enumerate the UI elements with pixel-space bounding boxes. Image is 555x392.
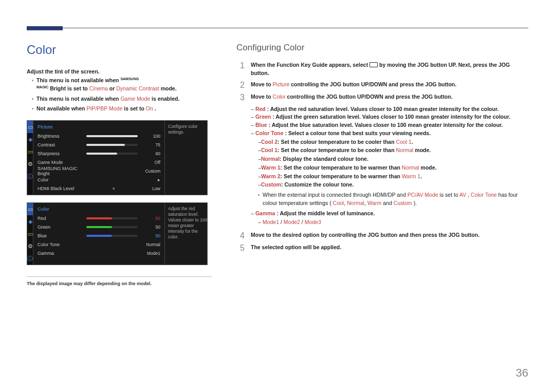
option-text: : Display the standard colour tone. (280, 156, 368, 162)
note-text: Bright (50, 85, 66, 91)
bullet-icon: ‒ (251, 210, 254, 217)
step-5: 5 The selected option will be applied. (236, 244, 528, 253)
option-text: : Set the colour temperature to be warme… (281, 173, 402, 179)
osd-nav-icon[interactable]: ◈ (27, 133, 33, 145)
note-text: . (155, 105, 156, 111)
note-text: is enabled. (152, 96, 179, 102)
osd-row[interactable]: Blue50 (38, 231, 160, 240)
step-text: Move to (251, 94, 273, 100)
osd-nav-settings-icon[interactable]: ⚙ (27, 240, 33, 252)
osd-nav-picture-icon[interactable]: ▭ (27, 121, 33, 133)
option-label: Normal (347, 200, 364, 206)
step-text: Move to (251, 81, 273, 87)
option-label: Red (255, 106, 266, 112)
osd-nav-info-icon[interactable]: ⓘ (27, 170, 33, 182)
step-text: Move to the desired option by controllin… (251, 231, 528, 240)
osd-nav: ▭ ◈ ▭ ⚙ ⓘ (27, 203, 33, 265)
osd-list: Picture Brightness100Contrast75Sharpness… (33, 121, 164, 195)
footnote-text: The displayed image may differ depending… (27, 281, 217, 286)
osd-row-bar[interactable] (86, 153, 138, 155)
colortone-note: When the external input is connected thr… (258, 191, 528, 208)
osd-row[interactable]: Color ToneNormal (38, 240, 160, 249)
note-text: Not available when (36, 105, 86, 111)
bullet-icon: ‒ (251, 106, 254, 113)
option-game-mode: Game Mode (120, 96, 150, 102)
option-ref: Warm 1 (402, 173, 420, 179)
osd-row-label: SAMSUNG MAGIC Bright (38, 166, 86, 176)
osd-nav: ▭ ◈ ▭ ⚙ ⓘ (27, 121, 33, 195)
option-text: mode. (419, 164, 437, 171)
osd-row[interactable]: GammaMode1 (38, 249, 160, 257)
osd-row[interactable]: Color▸ (38, 175, 160, 184)
osd-row[interactable]: Contrast75 (38, 140, 160, 149)
osd-row-bar[interactable] (86, 235, 138, 237)
osd-row-value: 75 (141, 142, 160, 147)
option-label: AV (459, 192, 466, 198)
step-1: 1 When the Function Key Guide appears, s… (236, 61, 528, 78)
option-label: Cool (333, 200, 344, 206)
option-text: : Select a colour tone that best suits y… (285, 130, 431, 136)
osd-row-bar[interactable] (86, 226, 138, 228)
osd-row[interactable]: HDMI Black Level▾Low (38, 184, 160, 193)
osd-nav-icon[interactable]: ▭ (27, 228, 33, 240)
option-text: : Adjust the red saturation level. Value… (267, 106, 499, 112)
osd-row[interactable]: SAMSUNG MAGIC BrightCustom (38, 166, 160, 175)
footnote-rule (27, 276, 212, 277)
section-heading: Configuring Color (236, 43, 528, 53)
note-item: This menu is not available when Game Mod… (32, 95, 217, 103)
colortone-sub: ‒ Cool 1: Set the colour temperature to … (258, 146, 528, 155)
option-label: Cool 1 (261, 147, 278, 153)
osd-row[interactable]: Game ModeOff (38, 158, 160, 166)
osd-row-label: Contrast (38, 142, 86, 147)
bullet-icon (32, 80, 33, 81)
osd-nav-icon[interactable]: ◈ (27, 215, 33, 228)
option-label: Color Tone (471, 192, 497, 198)
osd-nav-settings-icon[interactable]: ⚙ (27, 158, 33, 170)
bullet-icon (32, 98, 33, 100)
osd-nav-icon[interactable]: ▭ (27, 145, 33, 158)
note-item: Not available when PIP/PBP Mode is set t… (32, 105, 217, 113)
osd-side-help: Adjust the red saturation level. Values … (164, 203, 212, 265)
option-text: : Adjust the green saturation level. Val… (272, 114, 510, 120)
option-label: Cool 2 (261, 139, 278, 145)
option-label: Green (255, 114, 271, 120)
step-3: 3 Move to Color controlling the JOG butt… (236, 93, 528, 102)
step-number: 2 (236, 81, 245, 90)
left-column: Color Adjust the tint of the screen. Thi… (27, 43, 217, 286)
menu-icon (369, 62, 378, 67)
option-text: : Adjust the blue saturation level. Valu… (269, 122, 503, 128)
osd-title: Picture (38, 124, 160, 129)
osd-row-label: Game Mode (38, 160, 86, 165)
osd-row-label: Green (38, 225, 86, 230)
osd-row-label: HDMI Black Level (38, 186, 86, 191)
note-text: is set to (67, 85, 89, 91)
option-label: Custom (394, 200, 412, 206)
page-number: 36 (516, 366, 528, 380)
option-label: Color Tone (255, 130, 284, 136)
option-label: Mode2 (284, 219, 300, 225)
osd-picture-panel: ▭ ◈ ▭ ⚙ ⓘ Picture Brightness100Contrast7… (27, 120, 208, 195)
right-column: Configuring Color 1 When the Function Ke… (236, 43, 528, 286)
osd-nav-info-icon[interactable]: ⓘ (27, 252, 33, 265)
osd-row[interactable]: Green50 (38, 222, 160, 231)
osd-row-value: Normal (141, 242, 160, 247)
osd-row[interactable]: Red50 (38, 214, 160, 222)
option-text: : Customize the colour tone. (281, 181, 354, 188)
osd-side-help: Configure color settings. (164, 121, 212, 195)
osd-row-value: 100 (141, 134, 160, 139)
osd-row-bar[interactable] (86, 217, 138, 219)
osd-row[interactable]: Brightness100 (38, 132, 160, 140)
bullet-icon: ‒ (251, 114, 254, 121)
osd-row[interactable]: Sharpness60 (38, 149, 160, 158)
osd-row-value: 50 (141, 225, 160, 230)
option-label: Warm 2 (261, 173, 281, 179)
step-number: 1 (236, 61, 245, 78)
osd-row-bar[interactable] (86, 135, 138, 137)
osd-row-bar[interactable] (86, 144, 138, 146)
osd-nav-picture-icon[interactable]: ▭ (27, 203, 33, 215)
note-text: or (109, 85, 116, 91)
osd-title: Color (38, 206, 160, 212)
bullet-icon: ‒ (258, 218, 261, 226)
option-label: Warm 1 (261, 164, 281, 171)
osd-row-label: Brightness (38, 134, 86, 139)
